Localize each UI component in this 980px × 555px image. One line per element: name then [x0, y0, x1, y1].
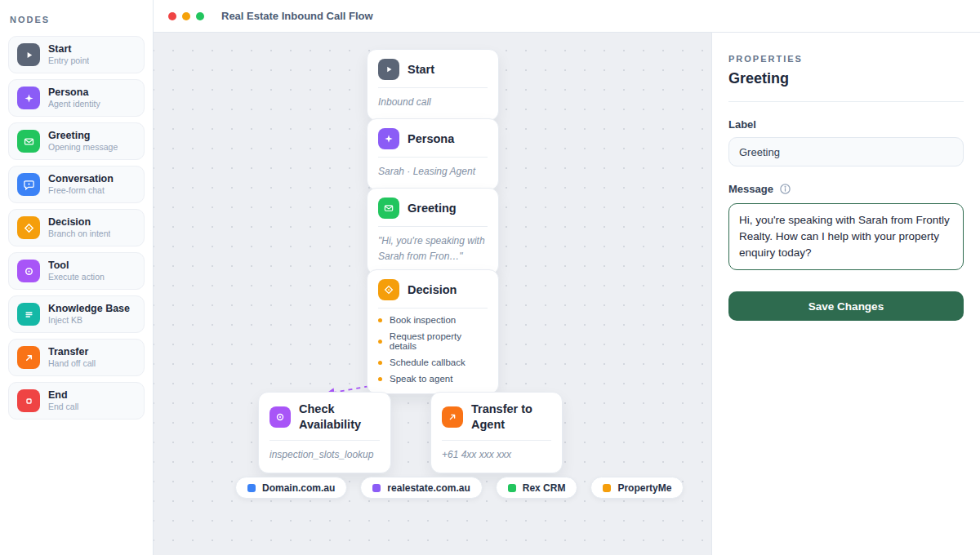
node-title: Decision — [408, 282, 457, 298]
sidebar-item-label: Tool — [48, 260, 105, 273]
main-area: Real Estate Inbound Call Flow — [154, 0, 980, 555]
sidebar-item-sub: Branch on intent — [48, 229, 110, 239]
sparkle-icon — [17, 87, 40, 109]
flow-node-persona[interactable]: Persona Sarah · Leasing Agent — [367, 118, 499, 190]
sidebar-item-conversation[interactable]: ConversationFree-form chat — [8, 166, 145, 203]
properties-header: PROPERTIES — [728, 54, 964, 64]
chat-bubble-icon — [17, 173, 40, 196]
envelope-icon — [378, 198, 399, 219]
sidebar-item-sub: Opening message — [48, 142, 118, 153]
arrow-up-right-icon — [17, 346, 40, 369]
chip-color-dot — [603, 484, 611, 492]
sidebar-item-sub: Inject KB — [48, 315, 130, 326]
sidebar-item-sub: End call — [48, 402, 78, 412]
flow-node-start[interactable]: Start Inbound call — [367, 49, 499, 121]
sidebar-item-persona[interactable]: PersonaAgent identity — [8, 79, 145, 117]
chip-color-dot — [247, 484, 256, 492]
nodes-palette-header: NODES — [10, 15, 143, 24]
node-subtitle: Sarah · Leasing Agent — [378, 164, 488, 180]
message-textarea[interactable]: Hi, you're speaking with Sarah from Fron… — [728, 203, 964, 270]
traffic-light-red — [168, 12, 176, 20]
traffic-light-green — [196, 12, 204, 20]
sidebar-item-label: Conversation — [48, 173, 114, 186]
node-title: Start — [408, 62, 434, 78]
decision-option: Schedule callback — [378, 357, 488, 367]
node-title: Transfer to Agent — [471, 402, 551, 433]
node-subtitle: +61 4xx xxx xxx — [442, 447, 551, 463]
sidebar-item-sub: Entry point — [48, 56, 89, 66]
sidebar-item-sub: Agent identity — [48, 99, 100, 109]
flow-canvas[interactable]: Start Inbound call Persona Sarah · Leasi… — [154, 33, 711, 555]
sidebar-item-label: Decision — [48, 216, 110, 229]
selected-node-title: Greeting — [728, 70, 964, 87]
properties-panel: PROPERTIES Greeting Label Message Hi, yo… — [711, 33, 980, 555]
gear-icon — [270, 406, 291, 428]
chip-rex-crm[interactable]: Rex CRM — [496, 477, 578, 499]
decision-option: Speak to agent — [378, 374, 488, 384]
node-title: Greeting — [408, 201, 457, 216]
bullet-dot-icon — [378, 318, 382, 322]
gear-icon — [17, 260, 40, 282]
node-divider — [378, 87, 488, 88]
decision-option: Request property details — [378, 331, 488, 351]
node-subtitle: "Hi, you're speaking with Sarah from Fro… — [378, 233, 488, 264]
chip-color-dot — [372, 484, 381, 492]
chip-propertyme[interactable]: PropertyMe — [590, 477, 684, 499]
node-divider — [378, 226, 488, 227]
traffic-light-yellow — [182, 12, 190, 20]
sidebar-item-label: Greeting — [48, 130, 118, 143]
sidebar-item-knowledge-base[interactable]: Knowledge BaseInject KB — [8, 295, 145, 333]
node-divider — [270, 440, 380, 441]
node-subtitle: Inbound call — [378, 95, 488, 110]
diamond-icon — [17, 216, 40, 239]
play-icon — [17, 43, 40, 66]
sidebar-item-sub: Free-form chat — [48, 185, 114, 196]
bullet-dot-icon — [378, 340, 382, 344]
flow-title-bar: Real Estate Inbound Call Flow — [154, 0, 980, 33]
diamond-icon — [378, 279, 399, 300]
sidebar-item-end[interactable]: EndEnd call — [8, 382, 145, 420]
info-icon — [779, 183, 791, 195]
arrow-up-right-icon — [442, 406, 463, 428]
save-changes-button[interactable]: Save Changes — [728, 291, 964, 321]
bullet-dot-icon — [378, 377, 382, 381]
node-title: Check Availability — [299, 402, 380, 433]
list-icon — [17, 303, 40, 326]
node-divider — [442, 440, 551, 441]
bullet-dot-icon — [378, 361, 382, 365]
node-divider — [378, 308, 488, 309]
node-divider — [378, 157, 488, 158]
stop-icon — [17, 389, 40, 412]
node-title: Persona — [408, 131, 454, 147]
sidebar-item-label: End — [48, 389, 78, 402]
chip-realestate[interactable]: realestate.com.au — [360, 477, 482, 499]
integration-chips: Domain.com.au realestate.com.au Rex CRM … — [235, 477, 684, 499]
sidebar-item-label: Knowledge Base — [48, 303, 130, 316]
message-field-label: Message — [728, 183, 964, 195]
label-input[interactable] — [728, 137, 964, 166]
sidebar-item-label: Persona — [48, 87, 100, 100]
chip-domain[interactable]: Domain.com.au — [235, 477, 347, 499]
sparkle-icon — [378, 128, 399, 149]
node-subtitle: inspection_slots_lookup — [270, 447, 380, 463]
panel-divider — [728, 101, 964, 102]
label-field-label: Label — [728, 118, 964, 131]
sidebar-item-decision[interactable]: DecisionBranch on intent — [8, 209, 145, 246]
flow-title: Real Estate Inbound Call Flow — [221, 10, 373, 22]
play-icon — [378, 59, 399, 80]
flow-node-check-availability[interactable]: Check Availability inspection_slots_look… — [258, 392, 391, 473]
flow-node-greeting[interactable]: Greeting "Hi, you're speaking with Sarah… — [367, 188, 499, 275]
sidebar-item-label: Start — [48, 43, 89, 56]
nodes-palette-sidebar: NODES StartEntry point PersonaAgent iden… — [0, 0, 154, 555]
decision-option: Book inspection — [378, 315, 488, 325]
sidebar-item-greeting[interactable]: GreetingOpening message — [8, 122, 145, 160]
chip-color-dot — [508, 484, 516, 492]
flow-node-transfer-to-agent[interactable]: Transfer to Agent +61 4xx xxx xxx — [430, 392, 563, 473]
flow-node-decision[interactable]: Decision Book inspection Request propert… — [367, 269, 499, 394]
sidebar-item-sub: Hand off call — [48, 358, 96, 369]
envelope-icon — [17, 130, 40, 153]
sidebar-item-label: Transfer — [48, 346, 96, 359]
sidebar-item-start[interactable]: StartEntry point — [8, 36, 145, 73]
sidebar-item-transfer[interactable]: TransferHand off call — [8, 339, 145, 376]
sidebar-item-tool[interactable]: ToolExecute action — [8, 252, 145, 290]
